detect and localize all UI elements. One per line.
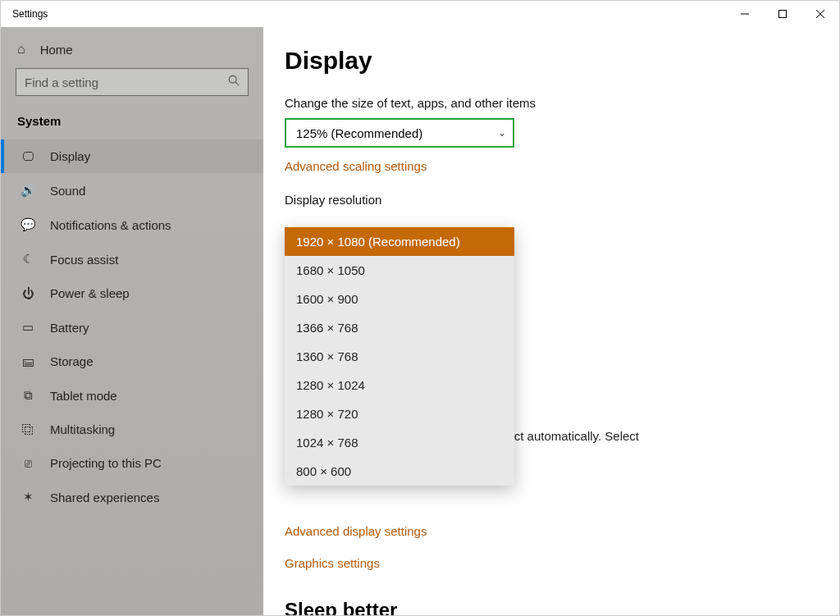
scale-value: 125% (Recommended) [296, 126, 422, 140]
sidebar-item-label: Storage [50, 354, 94, 368]
sidebar-item-battery[interactable]: ▭Battery [1, 310, 263, 345]
sidebar-item-label: Projecting to this PC [50, 456, 162, 470]
nav-icon: ⿻ [21, 422, 35, 436]
sidebar-item-focus-assist[interactable]: ☾Focus assist [1, 242, 263, 276]
sidebar-item-label: Power & sleep [50, 286, 130, 300]
resolution-option[interactable]: 1920 × 1080 (Recommended) [285, 227, 514, 256]
close-button[interactable] [801, 1, 839, 27]
sidebar-item-label: Focus assist [50, 253, 118, 267]
svg-rect-1 [779, 11, 787, 18]
sidebar-item-tablet-mode[interactable]: ⧉Tablet mode [1, 378, 263, 413]
nav-icon: 🔊 [21, 183, 35, 198]
minimize-button[interactable] [726, 1, 764, 27]
resolution-option[interactable]: 1680 × 1050 [285, 256, 514, 285]
search-icon [228, 75, 240, 89]
nav-icon: ⧉ [21, 388, 35, 403]
nav-icon: ▭ [21, 320, 35, 335]
next-section-heading: Sleep better [285, 599, 397, 615]
sidebar-item-notifications-actions[interactable]: 💬Notifications & actions [1, 208, 263, 242]
resolution-option[interactable]: 800 × 600 [285, 457, 514, 486]
nav-icon: 🖵 [21, 149, 35, 163]
advanced-display-link[interactable]: Advanced display settings [285, 524, 427, 538]
nav-icon: ⏻ [21, 286, 35, 300]
sidebar-item-shared-experiences[interactable]: ✶Shared experiences [1, 480, 263, 514]
home-icon: ⌂ [17, 42, 25, 57]
scale-label: Change the size of text, apps, and other… [285, 96, 818, 110]
sidebar-home-label: Home [40, 43, 73, 57]
resolution-option[interactable]: 1280 × 720 [285, 399, 514, 428]
window-title: Settings [12, 8, 48, 20]
sidebar-item-sound[interactable]: 🔊Sound [1, 173, 263, 208]
sidebar-item-projecting-to-this-pc[interactable]: ⎚Projecting to this PC [1, 446, 263, 480]
sidebar: ⌂ Home System 🖵Display🔊Sound💬Notificatio… [1, 27, 263, 615]
maximize-button[interactable] [764, 1, 801, 27]
sidebar-item-power-sleep[interactable]: ⏻Power & sleep [1, 276, 263, 310]
page-title: Display [285, 47, 818, 75]
scale-combobox[interactable]: 125% (Recommended) ⌄ [285, 118, 514, 148]
search-input[interactable] [25, 75, 228, 89]
nav-icon: ⎚ [21, 456, 35, 470]
sidebar-item-display[interactable]: 🖵Display [1, 139, 263, 173]
resolution-option[interactable]: 1280 × 1024 [285, 371, 514, 399]
search-input-container[interactable] [16, 68, 249, 96]
sidebar-item-label: Sound [50, 184, 85, 198]
sidebar-item-label: Multitasking [50, 422, 115, 436]
graphics-settings-link[interactable]: Graphics settings [285, 556, 427, 570]
resolution-option[interactable]: 1360 × 768 [285, 342, 514, 371]
nav-icon: ☾ [21, 252, 35, 267]
sidebar-item-label: Tablet mode [50, 389, 117, 403]
nav-icon: 🖴 [21, 354, 35, 368]
resolution-option[interactable]: 1366 × 768 [285, 313, 514, 342]
sidebar-item-label: Shared experiences [50, 491, 159, 504]
sidebar-item-label: Display [50, 149, 90, 163]
sidebar-category: System [1, 109, 263, 139]
sidebar-item-label: Battery [50, 321, 89, 335]
sidebar-home[interactable]: ⌂ Home [1, 35, 263, 68]
nav-icon: 💬 [21, 217, 35, 232]
nightlight-text-fragment: ct automatically. Select [285, 429, 818, 443]
sidebar-item-multitasking[interactable]: ⿻Multitasking [1, 413, 263, 446]
svg-line-5 [235, 82, 239, 85]
chevron-down-icon: ⌄ [498, 127, 506, 139]
title-bar: Settings [1, 1, 839, 27]
sidebar-item-label: Notifications & actions [50, 218, 171, 232]
main-content: Display Change the size of text, apps, a… [263, 27, 839, 615]
advanced-scaling-link[interactable]: Advanced scaling settings [285, 159, 818, 173]
nav-icon: ✶ [21, 490, 35, 504]
resolution-label: Display resolution [285, 193, 818, 207]
svg-point-4 [229, 75, 236, 83]
resolution-option[interactable]: 1600 × 900 [285, 285, 514, 313]
resolution-dropdown[interactable]: 1920 × 1080 (Recommended)1680 × 10501600… [285, 227, 514, 486]
sidebar-item-storage[interactable]: 🖴Storage [1, 345, 263, 378]
